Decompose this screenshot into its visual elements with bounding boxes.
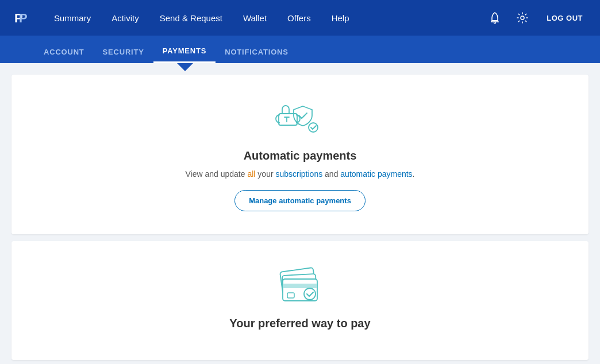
subnav-account[interactable]: ACCOUNT: [34, 40, 94, 63]
nav-wallet[interactable]: Wallet: [233, 0, 277, 36]
svg-rect-10: [283, 284, 317, 288]
nav-send-request[interactable]: Send & Request: [149, 0, 233, 36]
nav-help[interactable]: Help: [321, 0, 360, 36]
preferred-payment-card: Your preferred way to pay: [11, 241, 589, 360]
notifications-icon-button[interactable]: [486, 9, 504, 27]
desc-orange: all: [247, 169, 255, 179]
svg-text:P: P: [19, 11, 28, 25]
logout-button[interactable]: LOG OUT: [541, 10, 589, 26]
preferred-payment-title: Your preferred way to pay: [229, 317, 370, 330]
subnav-notifications[interactable]: NOTIFICATIONS: [216, 40, 298, 63]
desc-prefix: View and update: [185, 169, 247, 179]
svg-point-4: [521, 16, 524, 20]
automatic-payments-title: Automatic payments: [244, 149, 357, 162]
desc-suffix: .: [413, 169, 415, 179]
automatic-payments-icon: [274, 98, 326, 140]
automatic-payments-desc: View and update all your subscriptions a…: [185, 169, 414, 179]
desc-blue1: subscriptions: [275, 169, 322, 179]
sub-nav-arrow: [177, 63, 193, 71]
svg-point-3: [494, 22, 496, 24]
automatic-payments-card: Automatic payments View and update all y…: [11, 75, 589, 234]
desc-middle: your: [255, 169, 275, 179]
desc-blue2: automatic payments: [340, 169, 412, 179]
subnav-security[interactable]: SECURITY: [94, 40, 153, 63]
nav-offers[interactable]: Offers: [277, 0, 321, 36]
nav-right-icons: LOG OUT: [486, 9, 589, 27]
top-navigation: P P Summary Activity Send & Request Wall…: [0, 0, 600, 36]
settings-icon-button[interactable]: [513, 9, 532, 27]
nav-activity[interactable]: Activity: [101, 0, 149, 36]
svg-point-6: [309, 123, 318, 132]
sub-navigation: ACCOUNT SECURITY PAYMENTS NOTIFICATIONS: [0, 36, 600, 63]
preferred-payment-icon: [274, 264, 326, 308]
nav-summary[interactable]: Summary: [44, 0, 101, 36]
main-content: Automatic payments View and update all y…: [0, 63, 600, 364]
paypal-logo: P P: [11, 7, 32, 28]
svg-point-12: [304, 288, 316, 300]
manage-automatic-payments-button[interactable]: Manage automatic payments: [234, 190, 366, 211]
subnav-payments[interactable]: PAYMENTS: [153, 40, 216, 63]
nav-links: Summary Activity Send & Request Wallet O…: [44, 0, 486, 36]
desc-middle2: and: [322, 169, 340, 179]
